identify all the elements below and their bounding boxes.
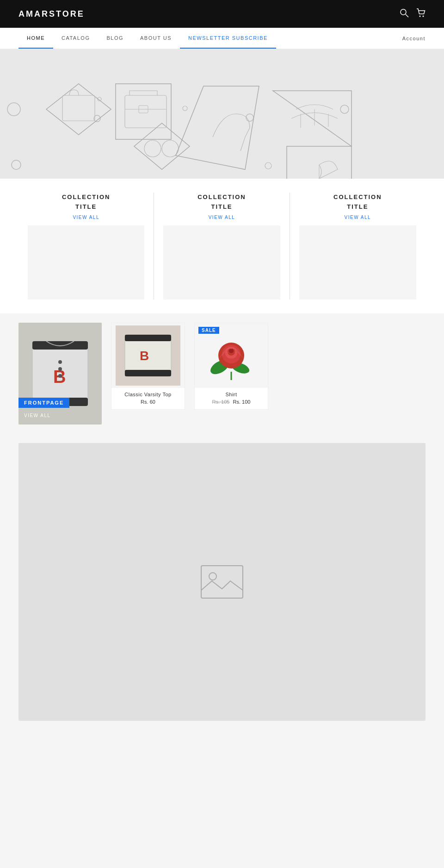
- collection-title-3: COLLECTIONTITLE: [299, 193, 416, 212]
- collections-section: COLLECTIONTITLE VIEW ALL COLLECTIONTITLE…: [0, 179, 444, 313]
- large-banner-section: [0, 434, 444, 735]
- frontpage-view-all[interactable]: VIEW ALL: [24, 413, 51, 418]
- svg-point-37: [58, 367, 62, 371]
- product-image-2: SALE: [195, 323, 268, 388]
- svg-rect-52: [201, 566, 243, 598]
- svg-point-36: [58, 360, 62, 364]
- navigation: HOME CATALOG BLOG ABOUT US NEWSLETTER SU…: [0, 28, 444, 49]
- nav-item-blog[interactable]: BLOG: [98, 28, 132, 49]
- collection-placeholder-1: [28, 225, 144, 300]
- collection-item-1: COLLECTIONTITLE VIEW ALL: [18, 193, 154, 300]
- product-price-2: Rs. 105 Rs. 100: [199, 399, 263, 405]
- product-info-2: Shirt Rs. 105 Rs. 100: [195, 388, 268, 409]
- svg-rect-4: [0, 49, 444, 179]
- collection-view-all-1[interactable]: VIEW ALL: [28, 215, 144, 220]
- collection-placeholder-3: [299, 225, 416, 300]
- nav-item-newsletter[interactable]: NEWSLETTER SUBSCRIBE: [180, 28, 276, 49]
- svg-rect-42: [125, 370, 171, 376]
- svg-point-0: [401, 9, 406, 15]
- header-icons: [400, 8, 426, 20]
- svg-rect-41: [125, 335, 171, 341]
- site-logo[interactable]: AMARSTORE: [18, 9, 85, 19]
- product-name-1: Classic Varsity Top: [116, 392, 180, 397]
- collection-view-all-2[interactable]: VIEW ALL: [163, 215, 280, 220]
- nav-item-home[interactable]: HOME: [18, 28, 53, 49]
- cart-icon[interactable]: [416, 8, 426, 20]
- product-info-1: Classic Varsity Top Rs. 60: [111, 388, 185, 409]
- image-placeholder-icon: [199, 563, 245, 600]
- svg-point-51: [229, 349, 234, 353]
- svg-point-2: [419, 15, 421, 17]
- collection-title-1: COLLECTIONTITLE: [28, 193, 144, 212]
- account-link[interactable]: Account: [402, 36, 426, 41]
- large-banner-placeholder: [18, 443, 426, 721]
- frontpage-label: FRONTPAGE: [18, 398, 69, 408]
- frontpage-banner[interactable]: B FRONTPAGE VIEW ALL: [18, 323, 102, 425]
- product-original-price: Rs. 105: [212, 399, 230, 405]
- product-image-1: B: [111, 323, 185, 388]
- nav-item-about[interactable]: ABOUT US: [132, 28, 180, 49]
- hero-banner: [0, 49, 444, 179]
- header: AMARSTORE: [0, 0, 444, 28]
- svg-text:B: B: [140, 349, 149, 363]
- nav-links: HOME CATALOG BLOG ABOUT US NEWSLETTER SU…: [18, 28, 276, 49]
- nav-item-catalog[interactable]: CATALOG: [53, 28, 98, 49]
- collection-placeholder-2: [163, 225, 280, 300]
- sale-badge: SALE: [198, 327, 219, 334]
- products-grid: B Classic Varsity Top Rs. 60 SALE: [111, 323, 426, 410]
- svg-point-3: [423, 15, 424, 17]
- product-name-2: Shirt: [199, 392, 263, 397]
- product-sale-price: Rs. 100: [233, 399, 251, 405]
- svg-point-53: [209, 573, 216, 580]
- product-price-1: Rs. 60: [116, 399, 180, 405]
- svg-point-38: [58, 374, 62, 378]
- products-section: B FRONTPAGE VIEW ALL B: [0, 313, 444, 434]
- collections-grid: COLLECTIONTITLE VIEW ALL COLLECTIONTITLE…: [18, 193, 426, 300]
- product-card-1[interactable]: B Classic Varsity Top Rs. 60: [111, 323, 185, 410]
- collection-item-3: COLLECTIONTITLE VIEW ALL: [290, 193, 426, 300]
- search-icon[interactable]: [400, 8, 409, 20]
- collection-item-2: COLLECTIONTITLE VIEW ALL: [154, 193, 290, 300]
- svg-line-1: [406, 14, 408, 17]
- collection-title-2: COLLECTIONTITLE: [163, 193, 280, 212]
- product-card-2[interactable]: SALE: [194, 323, 268, 410]
- collection-view-all-3[interactable]: VIEW ALL: [299, 215, 416, 220]
